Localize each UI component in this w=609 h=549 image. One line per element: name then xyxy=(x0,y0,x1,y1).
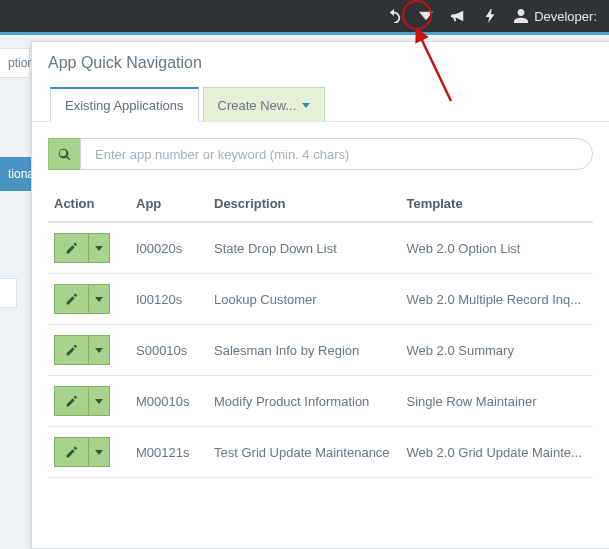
action-dropdown-button[interactable] xyxy=(88,386,110,416)
chevron-down-icon xyxy=(302,103,310,108)
action-dropdown-button[interactable] xyxy=(88,335,110,365)
cell-app: S00010s xyxy=(130,325,208,376)
col-description: Description xyxy=(208,188,401,222)
cell-template: Single Row Maintainer xyxy=(401,376,594,427)
edit-icon xyxy=(65,344,78,357)
cell-app: I00020s xyxy=(130,222,208,274)
edit-button[interactable] xyxy=(54,437,88,467)
search-icon xyxy=(58,148,71,161)
developer-label: Developer: xyxy=(534,9,597,24)
table-row: M00121sTest Grid Update MaintenanceWeb 2… xyxy=(48,427,593,478)
chevron-down-icon xyxy=(95,246,103,251)
panel-body: Action App Description Template I00020sS… xyxy=(32,122,609,478)
cell-description: Lookup Customer xyxy=(208,274,401,325)
blue-accent-strip xyxy=(0,32,609,35)
panel-title: App Quick Navigation xyxy=(32,42,609,86)
chevron-down-icon xyxy=(95,297,103,302)
tab-existing-applications[interactable]: Existing Applications xyxy=(50,87,199,122)
megaphone-icon[interactable] xyxy=(444,2,472,30)
edit-button[interactable] xyxy=(54,335,88,365)
col-template: Template xyxy=(401,188,594,222)
table-row: I00120sLookup CustomerWeb 2.0 Multiple R… xyxy=(48,274,593,325)
edit-button[interactable] xyxy=(54,386,88,416)
developer-menu[interactable]: Developer: xyxy=(508,9,603,24)
sidebar-fragment-3[interactable] xyxy=(0,278,17,308)
sidebar-fragment-1[interactable]: ption xyxy=(0,48,30,78)
col-app: App xyxy=(130,188,208,222)
cell-description: Salesman Info by Region xyxy=(208,325,401,376)
cell-template: Web 2.0 Multiple Record Inq... xyxy=(401,274,594,325)
cell-app: M00121s xyxy=(130,427,208,478)
cell-description: State Drop Down List xyxy=(208,222,401,274)
cell-description: Modify Product Information xyxy=(208,376,401,427)
undo-icon[interactable] xyxy=(380,2,408,30)
edit-button[interactable] xyxy=(54,284,88,314)
search-row xyxy=(48,138,593,170)
table-row: S00010sSalesman Info by RegionWeb 2.0 Su… xyxy=(48,325,593,376)
edit-icon xyxy=(65,446,78,459)
cell-template: Web 2.0 Grid Update Mainte... xyxy=(401,427,594,478)
cell-description: Test Grid Update Maintenance xyxy=(208,427,401,478)
cell-app: I00120s xyxy=(130,274,208,325)
chevron-down-icon xyxy=(95,399,103,404)
topbar: Developer: xyxy=(0,0,609,32)
cell-template: Web 2.0 Option List xyxy=(401,222,594,274)
app-table: Action App Description Template I00020sS… xyxy=(48,188,593,478)
table-header-row: Action App Description Template xyxy=(48,188,593,222)
edit-icon xyxy=(65,242,78,255)
nav-dropdown-caret-icon[interactable] xyxy=(412,2,440,30)
action-dropdown-button[interactable] xyxy=(88,437,110,467)
cell-template: Web 2.0 Summary xyxy=(401,325,594,376)
tab-create-new[interactable]: Create New... xyxy=(203,87,326,122)
table-row: I00020sState Drop Down ListWeb 2.0 Optio… xyxy=(48,222,593,274)
tab-row: Existing Applications Create New... xyxy=(32,86,609,122)
edit-button[interactable] xyxy=(54,233,88,263)
chevron-down-icon xyxy=(95,348,103,353)
cell-app: M00010s xyxy=(130,376,208,427)
col-action: Action xyxy=(48,188,130,222)
search-button[interactable] xyxy=(48,138,80,170)
tab-create-label: Create New... xyxy=(218,98,297,113)
chevron-down-icon xyxy=(95,450,103,455)
quick-nav-panel: App Quick Navigation Existing Applicatio… xyxy=(31,41,609,549)
edit-icon xyxy=(65,293,78,306)
action-dropdown-button[interactable] xyxy=(88,233,110,263)
sidebar-fragment-active[interactable]: tiona xyxy=(0,157,35,191)
action-dropdown-button[interactable] xyxy=(88,284,110,314)
bolt-icon[interactable] xyxy=(476,2,504,30)
table-row: M00010sModify Product InformationSingle … xyxy=(48,376,593,427)
search-input[interactable] xyxy=(80,138,593,170)
edit-icon xyxy=(65,395,78,408)
user-icon xyxy=(514,9,528,23)
